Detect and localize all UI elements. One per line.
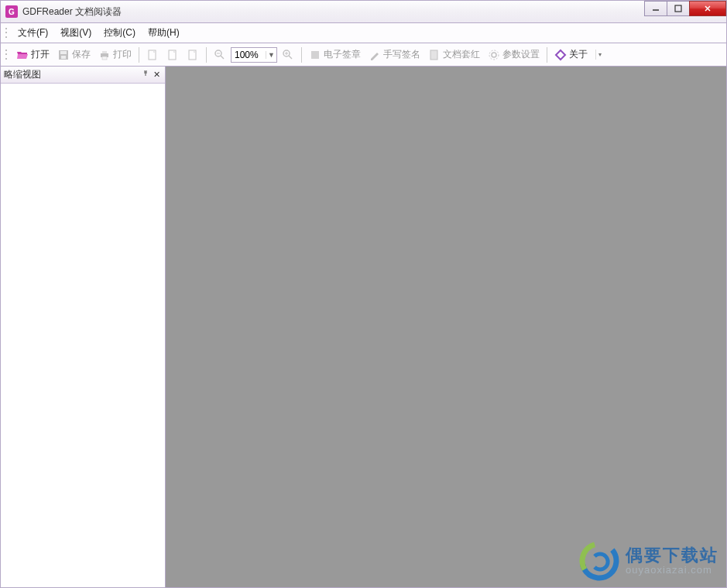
gear-icon: [488, 49, 500, 61]
svg-rect-21: [430, 50, 437, 60]
menu-file[interactable]: 文件(F): [12, 24, 54, 42]
params-button: 参数设置: [485, 46, 543, 63]
thumbnail-sidebar: 略缩视图 ✕: [1, 67, 166, 587]
document-viewport[interactable]: 偶要下载站 ouyaoxiazai.com: [166, 67, 726, 587]
esig-label: 电子签章: [324, 48, 361, 61]
pin-icon[interactable]: [140, 70, 151, 80]
stamp-icon: [309, 49, 321, 61]
svg-point-23: [489, 50, 499, 60]
menubar-grip-icon: [4, 27, 9, 39]
sidebar-title: 略缩视图: [4, 68, 41, 81]
watermark-text: 偶要下载站 ouyaoxiazai.com: [626, 546, 718, 576]
thumbnail-list: [1, 84, 165, 587]
toolbar: 打开 保存 打印 ▼: [0, 43, 727, 67]
zoom-in-icon: [282, 49, 294, 61]
menu-control[interactable]: 控制(C): [98, 24, 142, 42]
page-prev-button: [163, 47, 182, 63]
menu-help[interactable]: 帮助(H): [142, 24, 186, 42]
svg-rect-1: [675, 5, 681, 12]
toolbar-separator: [301, 47, 302, 63]
print-button: 打印: [95, 46, 135, 63]
svg-point-22: [492, 53, 496, 57]
svg-line-17: [289, 56, 292, 59]
esig-button: 电子签章: [306, 46, 364, 63]
redhead-label: 文档套红: [443, 48, 480, 61]
sidebar-header: 略缩视图 ✕: [1, 67, 165, 84]
sidebar-close-icon[interactable]: ✕: [151, 70, 162, 80]
page-icon: [146, 49, 159, 61]
svg-rect-6: [61, 56, 66, 59]
zoom-out-button: [211, 47, 229, 63]
open-button[interactable]: 打开: [13, 46, 53, 63]
svg-rect-20: [311, 51, 319, 59]
document-icon: [428, 49, 441, 61]
page-first-button: [143, 47, 162, 63]
app-icon: G: [5, 5, 18, 18]
page-icon: [166, 49, 179, 61]
svg-rect-5: [60, 51, 67, 54]
minimize-button[interactable]: [644, 1, 667, 16]
print-label: 打印: [113, 48, 132, 61]
window-title: GDFReader 文档阅读器: [22, 5, 122, 19]
toolbar-grip-icon: [4, 49, 9, 61]
toolbar-separator: [206, 47, 207, 63]
redhead-button: 文档套红: [425, 46, 483, 63]
page-icon: [187, 49, 199, 61]
menubar: 文件(F) 视图(V) 控制(C) 帮助(H): [0, 23, 727, 43]
svg-line-14: [221, 56, 224, 59]
folder-open-icon: [16, 49, 29, 61]
watermark-cn: 偶要下载站: [626, 546, 718, 565]
svg-point-25: [579, 541, 619, 581]
content-area: 略缩视图 ✕ 偶要下载站 ouyaoxiazai.com: [0, 67, 727, 588]
watermark-en: ouyaoxiazai.com: [626, 565, 718, 576]
params-label: 参数设置: [502, 48, 540, 61]
zoom-in-button: [279, 47, 297, 63]
zoom-input[interactable]: [231, 50, 266, 60]
toolbar-separator: [547, 47, 547, 63]
zoom-out-icon: [214, 49, 226, 61]
svg-rect-9: [102, 56, 107, 60]
svg-rect-8: [102, 51, 107, 53]
window-controls: [645, 1, 726, 16]
toolbar-separator: [139, 47, 139, 63]
titlebar: G GDFReader 文档阅读器: [0, 0, 727, 23]
save-label: 保存: [72, 48, 91, 61]
menu-view[interactable]: 视图(V): [54, 24, 98, 42]
close-button[interactable]: [689, 1, 726, 16]
open-label: 打开: [31, 48, 50, 61]
page-next-button: [183, 47, 202, 63]
watermark: 偶要下载站 ouyaoxiazai.com: [579, 541, 718, 581]
printer-icon: [98, 49, 111, 61]
handwrite-label: 手写签名: [383, 48, 420, 61]
svg-point-24: [579, 541, 619, 581]
pen-icon: [369, 49, 381, 61]
zoom-combo[interactable]: ▼: [231, 47, 277, 63]
save-button: 保存: [54, 46, 94, 63]
zoom-dropdown-icon[interactable]: ▼: [266, 51, 276, 59]
maximize-button[interactable]: [667, 1, 690, 16]
save-icon: [57, 49, 70, 61]
handwrite-button: 手写签名: [365, 46, 424, 63]
about-button[interactable]: 关于: [551, 46, 591, 63]
about-icon: [554, 49, 567, 61]
toolbar-overflow-icon[interactable]: ▾: [595, 50, 603, 60]
watermark-logo-icon: [579, 541, 619, 581]
about-label: 关于: [569, 48, 588, 61]
